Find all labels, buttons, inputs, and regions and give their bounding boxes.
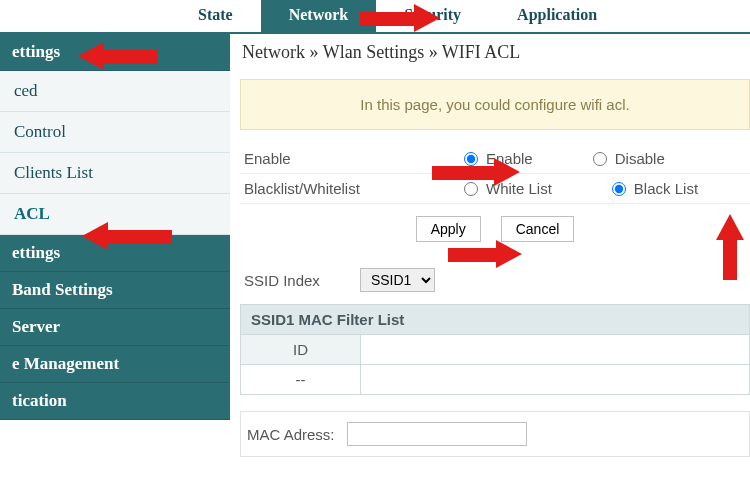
row-listmode: Blacklist/Whitelist White List Black Lis… <box>240 174 750 204</box>
label-enable: Enable <box>244 150 464 167</box>
opt-whitelist[interactable]: White List <box>464 180 552 197</box>
mac-filter-table: SSID1 MAC Filter List ID -- <box>240 304 750 395</box>
cell-empty: -- <box>241 365 361 394</box>
crumb-2: WIFI ACL <box>442 42 521 62</box>
radio-enable[interactable] <box>464 152 478 166</box>
top-nav: State Network Security Application <box>0 0 750 34</box>
radio-whitelist[interactable] <box>464 182 478 196</box>
opt-enable-on[interactable]: Enable <box>464 150 533 167</box>
tab-security[interactable]: Security <box>376 0 489 32</box>
radio-blacklist[interactable] <box>612 182 626 196</box>
sidebar-group-mgmt[interactable]: e Management <box>0 346 230 383</box>
info-banner: In this page, you could configure wifi a… <box>240 79 750 130</box>
button-row: Apply Cancel <box>240 204 750 260</box>
input-mac[interactable] <box>347 422 527 446</box>
opt-blacklist[interactable]: Black List <box>612 180 698 197</box>
label-ssid: SSID Index <box>244 272 320 289</box>
radio-disable[interactable] <box>593 152 607 166</box>
row-mac: MAC Adress: <box>240 411 750 457</box>
sidebar-item-control[interactable]: Control <box>0 112 230 153</box>
label-mac: MAC Adress: <box>247 426 335 443</box>
sidebar: ettings ced Control Clients List ACL ett… <box>0 34 230 500</box>
opt-enable-off[interactable]: Disable <box>593 150 665 167</box>
crumb-0: Network <box>242 42 305 62</box>
sidebar-group-settings[interactable]: ettings <box>0 235 230 272</box>
tab-network[interactable]: Network <box>261 0 377 32</box>
crumb-1: Wlan Settings <box>323 42 425 62</box>
table-title: SSID1 MAC Filter List <box>241 305 749 334</box>
sidebar-item-acl[interactable]: ACL <box>0 194 230 235</box>
nav-spacer <box>0 0 170 32</box>
row-ssid: SSID Index SSID1 <box>240 260 750 300</box>
tab-application[interactable]: Application <box>489 0 625 32</box>
main-panel: Network » Wlan Settings » WIFI ACL In th… <box>230 34 750 500</box>
apply-button[interactable]: Apply <box>416 216 481 242</box>
sidebar-group-wlan[interactable]: ettings <box>0 34 230 71</box>
breadcrumb: Network » Wlan Settings » WIFI ACL <box>240 34 750 73</box>
label-listmode: Blacklist/Whitelist <box>244 180 464 197</box>
col-id: ID <box>241 335 361 364</box>
cancel-button[interactable]: Cancel <box>501 216 575 242</box>
sidebar-group-auth[interactable]: tication <box>0 383 230 420</box>
sidebar-item-advanced[interactable]: ced <box>0 71 230 112</box>
tab-state[interactable]: State <box>170 0 261 32</box>
sidebar-item-clients[interactable]: Clients List <box>0 153 230 194</box>
sidebar-group-band[interactable]: Band Settings <box>0 272 230 309</box>
row-enable: Enable Enable Disable <box>240 144 750 174</box>
sidebar-group-server[interactable]: Server <box>0 309 230 346</box>
select-ssid[interactable]: SSID1 <box>360 268 435 292</box>
